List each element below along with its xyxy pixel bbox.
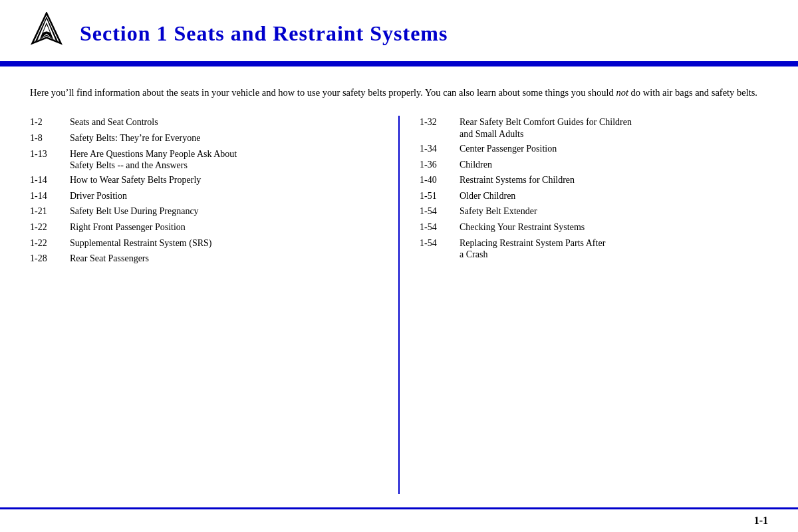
toc-column-divider — [398, 116, 400, 494]
toc-continuation-text: Safety Belts -- and the Answers — [70, 160, 188, 171]
toc-left-column: 1-2Seats and Seat Controls1-8Safety Belt… — [30, 116, 392, 494]
toc-item-continuation: Safety Belts -- and the Answers — [30, 160, 378, 171]
toc-entry-title: Here Are Questions Many People Ask About — [70, 148, 237, 161]
toc-continuation-text: and Small Adults — [460, 129, 523, 140]
toc-page-number: 1-22 — [30, 237, 70, 250]
toc-item: 1-13Here Are Questions Many People Ask A… — [30, 148, 378, 161]
toc-item: 1-22Supplemental Restraint System (SRS) — [30, 237, 378, 250]
toc-entry-title: Rear Seat Passengers — [70, 252, 149, 265]
toc-entry-title: Right Front Passenger Position — [70, 221, 186, 234]
toc-item: 1-32Rear Safety Belt Comfort Guides for … — [420, 116, 768, 129]
toc-entry-title: Driver Position — [70, 190, 127, 203]
toc-item-continuation: and Small Adults — [420, 129, 768, 140]
toc-page-number: 1-54 — [420, 237, 460, 250]
toc-page-number: 1-8 — [30, 132, 70, 145]
header: Section 1 Seats and Restraint Systems — [0, 0, 798, 61]
toc-item: 1-54Checking Your Restraint Systems — [420, 221, 768, 234]
toc-continuation-text: a Crash — [460, 249, 487, 260]
toc-entry-title: Safety Belt Extender — [460, 205, 537, 218]
top-divider — [0, 61, 798, 66]
page: Section 1 Seats and Restraint Systems He… — [0, 0, 798, 532]
pontiac-logo-icon — [27, 12, 66, 52]
toc-item: 1-34Center Passenger Position — [420, 142, 768, 156]
toc-page-number: 1-21 — [30, 205, 70, 218]
toc-page-number: 1-34 — [420, 142, 460, 156]
toc-page-number: 1-40 — [420, 174, 460, 187]
intro-text-part1: Here you’ll find information about the s… — [30, 87, 616, 98]
toc-page-number: 1-54 — [420, 221, 460, 234]
toc-page-number: 1-2 — [30, 116, 70, 129]
toc-item: 1-8Safety Belts: They’re for Everyone — [30, 132, 378, 145]
toc-page-number: 1-36 — [420, 158, 460, 172]
toc-entry-title: Safety Belts: They’re for Everyone — [70, 132, 200, 145]
toc-entry-title: Restraint Systems for Children — [460, 174, 575, 187]
toc-page-number: 1-51 — [420, 190, 460, 203]
toc-item: 1-36Children — [420, 158, 768, 172]
toc-item: 1-14Driver Position — [30, 190, 378, 203]
toc-entry-title: Children — [460, 158, 492, 172]
toc-item-continuation: a Crash — [420, 249, 768, 260]
toc-item: 1-2Seats and Seat Controls — [30, 116, 378, 129]
toc-page-number: 1-54 — [420, 205, 460, 218]
toc-page-number: 1-32 — [420, 116, 460, 129]
toc-entry-title: Safety Belt Use During Pregnancy — [70, 205, 199, 218]
toc-continuation-spacer — [30, 160, 70, 171]
page-number: 1-1 — [754, 515, 768, 527]
toc-item: 1-54Safety Belt Extender — [420, 205, 768, 218]
toc-entry-title: Checking Your Restraint Systems — [460, 221, 585, 234]
toc-page-number: 1-22 — [30, 221, 70, 234]
toc-entry-title: Older Children — [460, 190, 515, 203]
toc-page-number: 1-14 — [30, 190, 70, 203]
toc-entry-title: Supplemental Restraint System (SRS) — [70, 237, 212, 250]
toc-page-number: 1-28 — [30, 252, 70, 265]
toc-entry-title: Rear Safety Belt Comfort Guides for Chil… — [460, 116, 632, 129]
toc-entry-title: Seats and Seat Controls — [70, 116, 158, 129]
toc-continuation-spacer — [420, 129, 460, 140]
toc-item: 1-51Older Children — [420, 190, 768, 203]
toc-entry-title: Center Passenger Position — [460, 142, 557, 156]
main-content: Here you’ll find information about the s… — [0, 66, 798, 507]
toc-item: 1-40Restraint Systems for Children — [420, 174, 768, 187]
footer: 1-1 — [0, 507, 798, 532]
toc-container: 1-2Seats and Seat Controls1-8Safety Belt… — [30, 116, 768, 494]
toc-continuation-spacer — [420, 249, 460, 260]
toc-item: 1-28Rear Seat Passengers — [30, 252, 378, 265]
toc-item: 1-21Safety Belt Use During Pregnancy — [30, 205, 378, 218]
intro-text-part2: do with air bags and safety belts. — [628, 87, 757, 98]
toc-item: 1-14How to Wear Safety Belts Properly — [30, 174, 378, 187]
toc-item: 1-54Replacing Restraint System Parts Aft… — [420, 237, 768, 250]
intro-italic: not — [616, 87, 628, 98]
toc-page-number: 1-14 — [30, 174, 70, 187]
toc-entry-title: How to Wear Safety Belts Properly — [70, 174, 201, 187]
intro-paragraph: Here you’ll find information about the s… — [30, 85, 768, 100]
page-title: Section 1 Seats and Restraint Systems — [80, 21, 448, 46]
toc-right-column: 1-32Rear Safety Belt Comfort Guides for … — [406, 116, 768, 494]
logo-container — [27, 12, 66, 55]
toc-entry-title: Replacing Restraint System Parts After — [460, 237, 605, 250]
toc-page-number: 1-13 — [30, 148, 70, 161]
toc-item: 1-22Right Front Passenger Position — [30, 221, 378, 234]
